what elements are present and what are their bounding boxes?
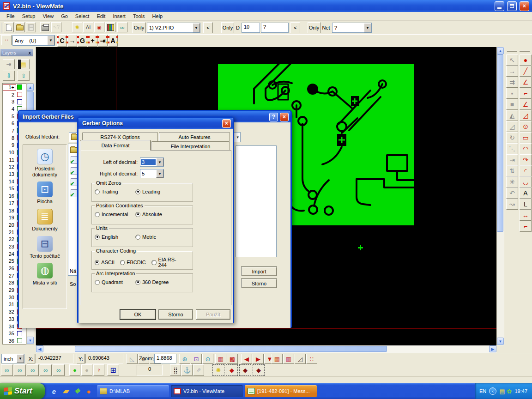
- draw-text-icon[interactable]: A: [520, 187, 532, 199]
- radio-eia-rs244[interactable]: EIA RS-244: [151, 257, 184, 268]
- help-icon[interactable]: ?: [269, 113, 278, 121]
- draw-open-angle-icon[interactable]: ∠: [520, 99, 532, 110]
- gerber-file-icon[interactable]: [71, 167, 78, 175]
- pan-left-icon[interactable]: ◀: [241, 354, 252, 364]
- draw-circle-icon[interactable]: ⊙: [520, 121, 532, 132]
- quicklaunch-book-icon[interactable]: ❖: [73, 386, 82, 396]
- draw-angle-icon[interactable]: ∠: [520, 77, 532, 88]
- pad-rotate-icon[interactable]: ◆: [239, 364, 251, 376]
- cancel-button[interactable]: Storno: [241, 278, 277, 288]
- chevron-down-icon[interactable]: ▼: [193, 23, 200, 32]
- place-dokumenty[interactable]: ≣ Dokumenty: [24, 209, 66, 232]
- layer-row[interactable]: 35: [3, 330, 26, 337]
- pointer-tool-icon[interactable]: ↖: [506, 54, 518, 66]
- draw-corner2-icon[interactable]: ⌐: [520, 221, 532, 232]
- start-button[interactable]: Start: [0, 383, 45, 399]
- scrollbar-thumb[interactable]: [75, 346, 387, 352]
- layer-up-button[interactable]: ⇧: [18, 71, 30, 81]
- zoom-in-icon[interactable]: ⊕: [179, 354, 190, 364]
- aperture-draw-button[interactable]: →: [67, 35, 77, 47]
- scroll-right-icon[interactable]: ▶: [489, 345, 496, 352]
- view-all-icon[interactable]: ∞: [1, 364, 13, 376]
- scroll-down-icon[interactable]: ▼: [27, 337, 34, 344]
- menu-item[interactable]: File: [3, 12, 18, 20]
- grid-edit-icon[interactable]: ▥: [283, 354, 294, 364]
- copy-tool-icon[interactable]: ⇉: [506, 77, 518, 88]
- anchor-icon[interactable]: ⚓: [181, 364, 193, 376]
- chevron-down-icon[interactable]: ▼: [47, 36, 54, 45]
- only-layer-toggle[interactable]: Only: [132, 22, 146, 33]
- radio-english[interactable]: English: [95, 234, 135, 240]
- unit-select[interactable]: inch ▼: [1, 354, 24, 363]
- tab-data-format[interactable]: Data Format: [80, 140, 151, 151]
- large-square-tool-icon[interactable]: ■: [506, 99, 518, 110]
- undo-arc-tool-icon[interactable]: ↶: [506, 187, 518, 199]
- close-icon[interactable]: x: [28, 50, 31, 55]
- skew-tool-icon[interactable]: ◿: [506, 121, 518, 132]
- view-traces-icon[interactable]: ∞: [40, 364, 52, 376]
- task-viewmate[interactable]: V2.bin - ViewMate: [171, 385, 243, 397]
- aperture-text-button[interactable]: A: [108, 35, 118, 47]
- aperture-flash-button[interactable]: +: [88, 35, 97, 47]
- right-decimal-select[interactable]: 5 ▼: [140, 169, 164, 178]
- layer-colors-icon[interactable]: [105, 22, 115, 32]
- dock-layer-button[interactable]: ⇥: [3, 59, 15, 69]
- place-tento-pocitac[interactable]: ⊟ Tento počítač: [24, 236, 66, 259]
- draw-arc-line-icon[interactable]: ◠: [520, 143, 532, 154]
- layer-color-swatch[interactable]: [17, 331, 22, 336]
- mirror-tool-icon[interactable]: ◭: [506, 110, 518, 121]
- restore-button[interactable]: [507, 1, 517, 11]
- snap-path-tool-icon[interactable]: ↝: [506, 199, 518, 210]
- net-point-icon[interactable]: ◉: [94, 22, 104, 32]
- snap-grid-icon[interactable]: ⣿: [170, 364, 181, 376]
- view-flash-icon[interactable]: ∞: [53, 364, 65, 376]
- close-button[interactable]: ×: [520, 1, 529, 11]
- scroll-up-icon[interactable]: ▲: [497, 47, 504, 54]
- tab-auto-features[interactable]: Auto Features: [159, 132, 230, 141]
- resize-select-icon[interactable]: ◿: [295, 354, 306, 364]
- grid-step-value[interactable]: 0: [137, 365, 163, 375]
- step-repeat-tool-icon[interactable]: ⇅: [506, 165, 518, 176]
- chevron-down-icon[interactable]: ▾: [236, 135, 240, 139]
- only-net-toggle[interactable]: Only: [308, 22, 320, 33]
- viewport-hscrollbar[interactable]: ◀ ▶: [36, 345, 496, 353]
- gerber-file-icon[interactable]: [71, 189, 78, 197]
- place-posledni-dokumenty[interactable]: ◷ Poslední dokumenty: [24, 149, 66, 177]
- radio-360-degree[interactable]: 360 Degree: [135, 279, 176, 285]
- flash-mode-icon[interactable]: ✺: [212, 364, 224, 376]
- draw-arc-quad-icon[interactable]: ◜: [520, 165, 532, 176]
- radio-quadrant[interactable]: Quadrant: [95, 279, 135, 285]
- draw-label-icon[interactable]: L: [520, 199, 532, 210]
- draw-triangle-icon[interactable]: ◿: [520, 110, 532, 121]
- draw-corner-icon[interactable]: ⌐: [520, 88, 532, 99]
- new-file-icon[interactable]: [4, 22, 14, 32]
- draw-arc2-icon[interactable]: ◡: [520, 176, 532, 187]
- tray-notes-icon[interactable]: ▤: [499, 388, 505, 395]
- aperture-filter-select[interactable]: Any (U) ▼: [12, 35, 55, 46]
- draw-rect-icon[interactable]: ▭: [520, 132, 532, 143]
- move-vertex-tool-icon[interactable]: ⇥: [506, 154, 518, 165]
- save-file-icon[interactable]: [26, 22, 36, 32]
- view-lines-icon[interactable]: ∞: [14, 364, 26, 376]
- chevron-down-icon[interactable]: ▼: [156, 169, 163, 178]
- quicklaunch-folder-icon[interactable]: ▰: [61, 386, 70, 396]
- layer-row[interactable]: 36: [3, 337, 26, 345]
- radio-ebcdic[interactable]: EBCDIC: [120, 257, 146, 268]
- layer-color-swatch[interactable]: [17, 338, 22, 343]
- left-decimal-select[interactable]: 3 ▼: [140, 157, 164, 167]
- print-icon[interactable]: [40, 22, 50, 32]
- pan-right-icon[interactable]: ▶: [253, 354, 264, 364]
- draw-dimension-icon[interactable]: ↔: [520, 210, 532, 221]
- layer-color-swatch[interactable]: [17, 85, 22, 90]
- prev-layer-button[interactable]: <: [203, 22, 213, 33]
- zoom-window-icon[interactable]: ⊡: [191, 354, 202, 364]
- zoom-value-input[interactable]: 1.8868: [154, 354, 176, 363]
- aperture-g-button[interactable]: G: [78, 35, 87, 47]
- radio-leading[interactable]: Leading: [135, 189, 176, 194]
- chevron-down-icon[interactable]: ▼: [156, 158, 163, 166]
- vertex-select-tool-icon[interactable]: ⋱: [506, 143, 518, 154]
- dialog-title-bar[interactable]: Gerber Options ×: [79, 118, 233, 129]
- settings-tool-icon[interactable]: ✳: [506, 176, 518, 187]
- layer-row[interactable]: 1+: [3, 84, 26, 91]
- menu-item[interactable]: Go: [57, 12, 72, 20]
